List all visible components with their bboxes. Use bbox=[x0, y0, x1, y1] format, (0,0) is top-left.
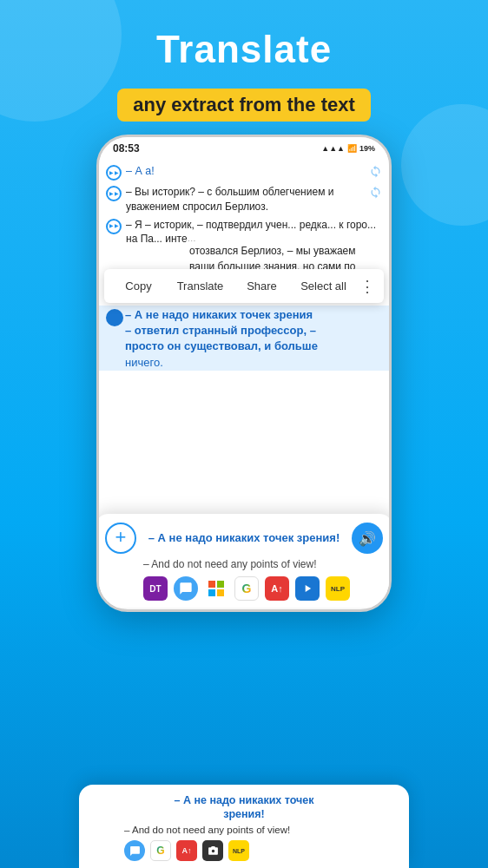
play-button-2[interactable]: ▶ bbox=[106, 186, 122, 201]
bottom-icon-nlp[interactable]: NLP bbox=[228, 840, 249, 861]
more-options-button[interactable]: ⋮ bbox=[354, 277, 380, 296]
add-button[interactable]: + bbox=[105, 523, 136, 554]
selected-text-1: – А не надо никаких точек зрения bbox=[125, 307, 318, 323]
bottom-icon-google[interactable]: G bbox=[150, 840, 171, 861]
reader-line: ▶ – А а! bbox=[99, 161, 389, 183]
header: Translate any extract from the text bbox=[0, 0, 488, 135]
bottom-translated: – And do not need any points of view! bbox=[91, 825, 397, 835]
reader-content: ▶ – А а! ▶ – Вы историк? – с большим обл… bbox=[99, 158, 389, 608]
app-icon-ms[interactable] bbox=[204, 576, 228, 601]
app-icon-dt[interactable]: DT bbox=[143, 576, 168, 601]
phone-mockup: 08:53 ▲▲▲ 📶 19% ▶ – А а! bbox=[96, 135, 392, 629]
subtitle-text: any extract from the text bbox=[133, 94, 355, 115]
bottom-preview: – А не надо никаких точек зрения! – And … bbox=[79, 785, 409, 869]
bottom-icon-camera[interactable] bbox=[202, 840, 223, 861]
play-button-1[interactable]: ▶ bbox=[106, 165, 122, 181]
bottom-icon-reverso[interactable]: A↑ bbox=[176, 840, 197, 861]
translation-panel: + – А не надо никаких точек зрения! 🔊 – … bbox=[99, 514, 389, 608]
selection-handle bbox=[106, 309, 123, 326]
context-menu: Copy Translate Share Select all ⋮ bbox=[104, 269, 384, 303]
status-bar: 08:53 ▲▲▲ 📶 19% bbox=[99, 137, 389, 158]
subtitle-badge: any extract from the text bbox=[117, 89, 371, 122]
status-icons: ▲▲▲ 📶 19% bbox=[321, 144, 375, 153]
bottom-source-line2: зрения! bbox=[91, 807, 397, 821]
reader-text-2: – Вы историк? – с большим облегчением и … bbox=[126, 185, 369, 214]
selected-text-2: – ответил странный профессор, – bbox=[125, 323, 318, 339]
selected-text-4: ничего. bbox=[125, 355, 318, 371]
audio-icon: 🔊 bbox=[359, 530, 376, 547]
reader-text-1: – А а! bbox=[126, 164, 369, 180]
selected-text-3: просто он существовал, и больше bbox=[125, 339, 318, 354]
source-text-display: – А не надо никаких точек зрения! bbox=[143, 531, 345, 546]
audio-button[interactable]: 🔊 bbox=[352, 523, 383, 554]
select-all-button[interactable]: Select all bbox=[293, 276, 354, 296]
share-button[interactable]: Share bbox=[231, 276, 293, 296]
app-icon-reverso[interactable]: A↑ bbox=[265, 576, 289, 601]
sync-icon-1[interactable] bbox=[369, 165, 382, 178]
app-icon-nlp[interactable]: NLP bbox=[326, 576, 350, 601]
translate-button[interactable]: Translate bbox=[169, 276, 231, 296]
page-title: Translate bbox=[17, 28, 471, 71]
app-icon-bubble[interactable] bbox=[174, 576, 198, 601]
translated-text: – And do not need any points of view! bbox=[105, 558, 383, 570]
status-time: 08:53 bbox=[113, 142, 140, 155]
app-icon-prompt[interactable] bbox=[295, 576, 320, 601]
bottom-source-line1: – А не надо никаких точек bbox=[91, 793, 397, 807]
play-button-3[interactable]: ▶ bbox=[106, 219, 122, 234]
copy-button[interactable]: Copy bbox=[108, 276, 169, 296]
selection-area: – А не надо никаких точек зрения – ответ… bbox=[99, 306, 389, 371]
reader-line-2: ▶ – Вы историк? – с большим облегчением … bbox=[99, 183, 389, 216]
sync-icon-2[interactable] bbox=[369, 186, 382, 199]
app-icons-row: DT G A↑ bbox=[105, 576, 383, 601]
bottom-icons-row: G A↑ NLP bbox=[91, 840, 397, 861]
bottom-icon-bubble[interactable] bbox=[124, 840, 145, 861]
app-icon-google[interactable]: G bbox=[234, 576, 259, 601]
add-icon: + bbox=[115, 528, 127, 547]
